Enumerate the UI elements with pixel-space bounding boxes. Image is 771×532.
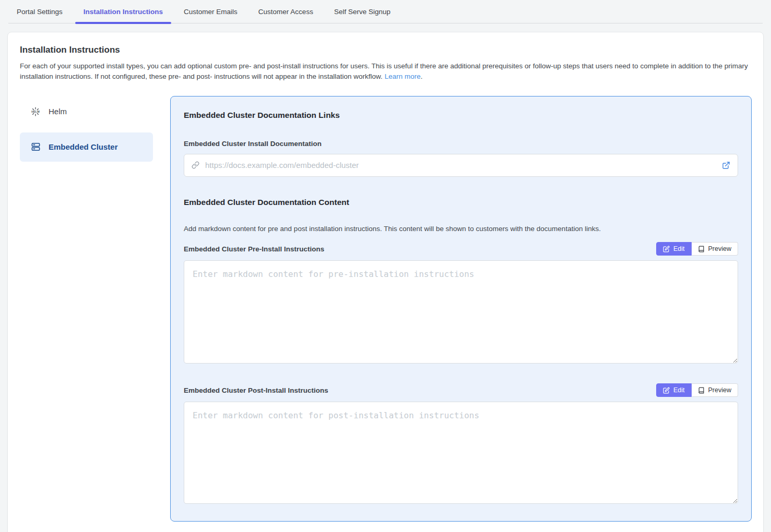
server-stack-icon	[30, 142, 41, 152]
install-documentation-label: Embedded Cluster Install Documentation	[184, 140, 738, 148]
sidebar-item-embedded-cluster[interactable]: Embedded Cluster	[20, 132, 153, 162]
installation-instructions-card: Installation Instructions For each of yo…	[7, 32, 764, 532]
sidebar-item-label: Helm	[49, 107, 67, 116]
open-external-link-button[interactable]	[722, 161, 730, 170]
install-documentation-url-field	[184, 154, 738, 177]
content-row: HELM Helm Embedded Cluster Embedd	[20, 96, 752, 522]
post-install-edit-button[interactable]: Edit	[656, 383, 692, 397]
post-install-label-row: Embedded Cluster Post-Install Instructio…	[184, 383, 738, 397]
page-description-text: For each of your supported install types…	[20, 62, 748, 80]
helm-icon: HELM	[30, 106, 41, 117]
install-type-nav: HELM Helm Embedded Cluster	[20, 96, 153, 168]
post-install-preview-button[interactable]: Preview	[692, 383, 738, 397]
svg-text:HELM: HELM	[31, 110, 40, 113]
sidebar-item-helm[interactable]: HELM Helm	[20, 97, 153, 126]
preview-button-label: Preview	[708, 386, 731, 394]
pre-install-label-row: Embedded Cluster Pre-Install Instruction…	[184, 242, 738, 256]
tab-self-serve-signup[interactable]: Self Serve Signup	[326, 0, 399, 23]
pre-install-preview-button[interactable]: Preview	[692, 242, 738, 256]
documentation-content-description: Add markdown content for pre and post in…	[184, 225, 738, 233]
tab-bar: Portal Settings Installation Instruction…	[0, 0, 771, 23]
documentation-content-title: Embedded Cluster Documentation Content	[184, 198, 738, 207]
edit-pencil-icon	[663, 387, 670, 394]
embedded-cluster-panel: Embedded Cluster Documentation Links Emb…	[170, 96, 752, 522]
edit-button-label: Edit	[673, 245, 685, 252]
learn-more-period: .	[421, 72, 423, 80]
pre-install-instructions-textarea[interactable]	[184, 260, 738, 364]
book-icon	[698, 246, 705, 252]
pre-install-label: Embedded Cluster Pre-Install Instruction…	[184, 245, 324, 253]
page-description: For each of your supported install types…	[20, 61, 752, 82]
learn-more-link[interactable]: Learn more	[385, 72, 421, 80]
documentation-links-title: Embedded Cluster Documentation Links	[184, 111, 738, 120]
tabs-row: Portal Settings Installation Instruction…	[8, 0, 763, 23]
tab-installation-instructions[interactable]: Installation Instructions	[75, 0, 171, 23]
post-install-label: Embedded Cluster Post-Install Instructio…	[184, 386, 328, 394]
post-install-instructions-textarea[interactable]	[184, 402, 738, 504]
sidebar-item-label: Embedded Cluster	[49, 142, 118, 151]
edit-pencil-icon	[663, 246, 670, 252]
tab-portal-settings[interactable]: Portal Settings	[8, 0, 71, 23]
install-documentation-url-input[interactable]	[205, 161, 716, 170]
link-icon	[192, 161, 199, 169]
pre-install-mode-toggle: Edit Preview	[656, 242, 738, 256]
post-install-mode-toggle: Edit Preview	[656, 383, 738, 397]
edit-button-label: Edit	[673, 386, 685, 394]
tab-customer-emails[interactable]: Customer Emails	[175, 0, 246, 23]
tab-customer-access[interactable]: Customer Access	[250, 0, 322, 23]
preview-button-label: Preview	[708, 245, 731, 252]
external-link-icon	[722, 161, 730, 170]
pre-install-edit-button[interactable]: Edit	[656, 242, 692, 256]
page-title: Installation Instructions	[20, 45, 752, 55]
book-icon	[698, 387, 705, 394]
